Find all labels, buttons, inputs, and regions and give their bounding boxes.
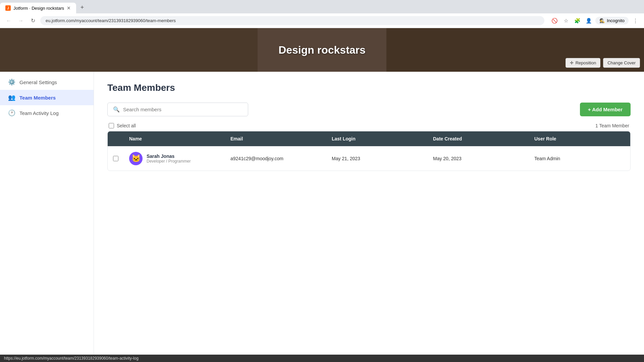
- select-all-row: Select all 1 Team Member: [107, 123, 631, 128]
- search-box[interactable]: 🔍: [107, 103, 248, 116]
- incognito-label: Incognito: [607, 18, 625, 23]
- browser-actions: 🚫 ☆ 🧩 👤 🕵️ Incognito ⋮: [550, 16, 640, 25]
- member-count: 1 Team Member: [595, 123, 629, 128]
- page-title: Team Members: [107, 82, 631, 93]
- add-member-button[interactable]: + Add Member: [580, 103, 631, 116]
- select-all-label[interactable]: Select all: [109, 123, 136, 128]
- browser-chrome: J Jotform · Design rockstars ✕ + ← → ↻ 🚫…: [0, 0, 644, 28]
- row-name-cell: 🐱 Sarah Jonas Developer / Programmer: [124, 146, 225, 171]
- change-cover-label: Change Cover: [607, 60, 636, 65]
- tab-title: Jotform · Design rockstars: [13, 6, 64, 11]
- main-area: ⚙️ General Settings 👥 Team Members 🕐 Tea…: [0, 72, 644, 355]
- reposition-label: Reposition: [576, 60, 596, 65]
- row-checkbox[interactable]: [113, 156, 118, 161]
- refresh-button[interactable]: ↻: [28, 16, 38, 25]
- toolbar: 🔍 + Add Member: [107, 103, 631, 116]
- cover-image: Design rockstars ✛ Reposition Change Cov…: [0, 28, 644, 72]
- team-members-icon: 👥: [8, 94, 15, 101]
- tab-favicon: J: [5, 5, 11, 11]
- cover-actions: ✛ Reposition Change Cover: [566, 58, 640, 68]
- sidebar: ⚙️ General Settings 👥 Team Members 🕐 Tea…: [0, 72, 94, 355]
- incognito-button[interactable]: 🕵️ Incognito: [595, 17, 629, 24]
- table-header: Name Email Last Login Date Created User …: [108, 131, 630, 146]
- header-date-created: Date Created: [428, 131, 529, 146]
- reposition-icon: ✛: [570, 60, 574, 65]
- header-checkbox-col: [108, 131, 124, 146]
- tab-bar: J Jotform · Design rockstars ✕ +: [0, 0, 644, 13]
- header-email: Email: [225, 131, 326, 146]
- status-bar: https://eu.jotform.com/myaccount/team/23…: [0, 355, 644, 362]
- avatar-emoji: 🐱: [131, 154, 141, 163]
- header-last-login: Last Login: [326, 131, 428, 146]
- sidebar-label-team-members: Team Members: [19, 95, 56, 101]
- row-date-created-cell: May 20, 2023: [428, 150, 529, 167]
- status-url: https://eu.jotform.com/myaccount/team/23…: [4, 356, 139, 361]
- incognito-icon: 🕵️: [599, 18, 605, 23]
- row-email-cell: a9241c29@moodjoy.com: [225, 150, 326, 167]
- select-all-checkbox[interactable]: [109, 123, 114, 128]
- address-bar: ← → ↻ 🚫 ☆ 🧩 👤 🕵️ Incognito ⋮: [0, 13, 644, 28]
- bookmark-icon[interactable]: ☆: [561, 16, 571, 25]
- clock-icon: 🕐: [8, 109, 15, 117]
- search-icon: 🔍: [113, 106, 120, 113]
- row-last-login-cell: May 21, 2023: [326, 150, 428, 167]
- member-name: Sarah Jonas: [147, 154, 191, 159]
- member-name-group: Sarah Jonas Developer / Programmer: [147, 154, 191, 164]
- search-input[interactable]: [123, 107, 243, 112]
- team-name-title: Design rockstars: [278, 44, 366, 56]
- change-cover-button[interactable]: Change Cover: [603, 58, 640, 68]
- table-row: 🐱 Sarah Jonas Developer / Programmer a92…: [108, 146, 630, 171]
- avatar: 🐱: [129, 152, 143, 165]
- header-name: Name: [124, 131, 225, 146]
- extensions-icon[interactable]: 🧩: [573, 16, 582, 25]
- back-button[interactable]: ←: [4, 16, 13, 25]
- sidebar-label-team-activity-log: Team Activity Log: [19, 110, 59, 116]
- camera-off-icon: 🚫: [550, 16, 559, 25]
- member-sub-role: Developer / Programmer: [147, 159, 191, 164]
- sidebar-label-general-settings: General Settings: [19, 79, 57, 85]
- gear-icon: ⚙️: [8, 78, 15, 86]
- more-options-icon[interactable]: ⋮: [631, 16, 640, 25]
- address-input[interactable]: [40, 16, 544, 25]
- row-checkbox-cell[interactable]: [108, 150, 124, 167]
- forward-button[interactable]: →: [16, 16, 25, 25]
- row-user-role-cell: Team Admin: [529, 150, 630, 167]
- member-info: 🐱 Sarah Jonas Developer / Programmer: [129, 152, 220, 165]
- app: Design rockstars ✛ Reposition Change Cov…: [0, 28, 644, 355]
- add-member-label: + Add Member: [588, 107, 623, 112]
- sidebar-item-team-activity-log[interactable]: 🕐 Team Activity Log: [0, 105, 94, 121]
- tab-close-button[interactable]: ✕: [67, 6, 71, 10]
- reposition-button[interactable]: ✛ Reposition: [566, 58, 600, 68]
- header-user-role: User Role: [529, 131, 630, 146]
- sidebar-item-team-members[interactable]: 👥 Team Members: [0, 90, 94, 105]
- content-area: Team Members 🔍 + Add Member Select all 1…: [94, 72, 644, 355]
- new-tab-button[interactable]: +: [77, 3, 87, 12]
- select-all-text: Select all: [117, 123, 136, 128]
- members-table: Name Email Last Login Date Created User …: [107, 131, 631, 171]
- profile-icon[interactable]: 👤: [584, 16, 593, 25]
- active-tab[interactable]: J Jotform · Design rockstars ✕: [0, 3, 76, 13]
- sidebar-item-general-settings[interactable]: ⚙️ General Settings: [0, 74, 94, 90]
